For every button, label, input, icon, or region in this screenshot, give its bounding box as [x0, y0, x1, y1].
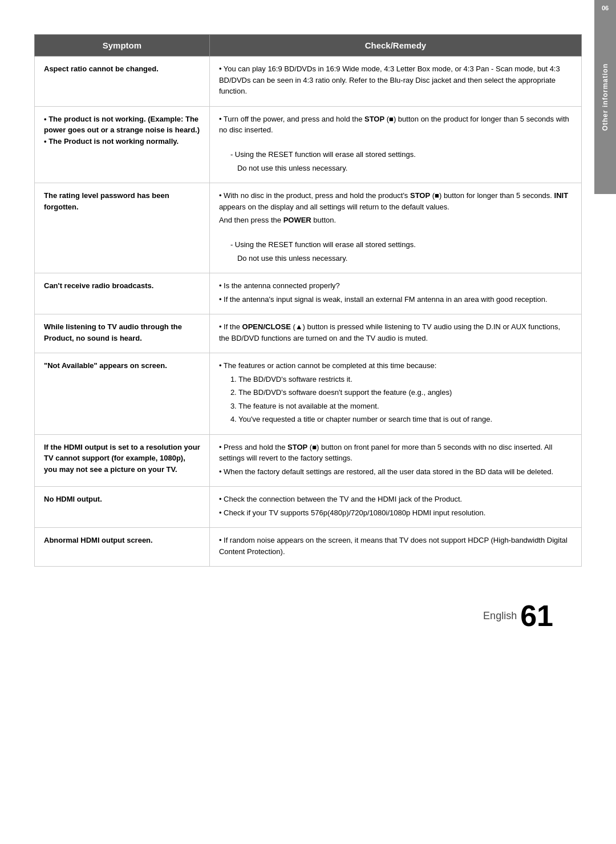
symptom-cell: If the HDMI output is set to a resolutio…	[35, 434, 210, 487]
remedy-cell: • If the OPEN/CLOSE (▲) button is presse…	[209, 314, 581, 353]
table-row: While listening to TV audio through the …	[35, 314, 582, 353]
table-row: • The product is not working. (Example: …	[35, 106, 582, 183]
symptom-cell: While listening to TV audio through the …	[35, 314, 210, 353]
remedy-line: - Using the RESET function will erase al…	[219, 149, 572, 160]
remedy-line: • You can play 16:9 BD/DVDs in 16:9 Wide…	[219, 63, 572, 97]
page-footer: English 61	[34, 601, 582, 631]
remedy-line: • If random noise appears on the screen,…	[219, 535, 572, 557]
side-tab-number: 06	[602, 5, 609, 11]
remedy-cell: • Turn off the power, and press and hold…	[209, 106, 581, 183]
remedy-line: And then press the POWER button.	[219, 215, 572, 226]
remedy-cell: • You can play 16:9 BD/DVDs in 16:9 Wide…	[209, 56, 581, 107]
symptom-cell: No HDMI output.	[35, 487, 210, 528]
table-row: Can't receive radio broadcasts.• Is the …	[35, 273, 582, 314]
remedy-cell: • Check the connection between the TV an…	[209, 487, 581, 528]
symptom-cell: "Not Available" appears on screen.	[35, 353, 210, 435]
remedy-line: • If the OPEN/CLOSE (▲) button is presse…	[219, 321, 572, 344]
remedy-line: 2. The BD/DVD's software doesn't support…	[219, 387, 572, 398]
table-row: Abnormal HDMI output screen.• If random …	[35, 528, 582, 567]
side-tab: 06 Other information	[594, 0, 616, 194]
remedy-line: 3. The feature is not available at the m…	[219, 401, 572, 412]
symptom-cell: • The product is not working. (Example: …	[35, 106, 210, 183]
table-row: The rating level password has been forgo…	[35, 183, 582, 273]
side-tab-label: Other information	[601, 63, 609, 131]
remedy-cell: • Press and hold the STOP (■) button on …	[209, 434, 581, 487]
remedy-cell: • With no disc in the product, press and…	[209, 183, 581, 273]
remedy-line: • Is the antenna connected properly?	[219, 280, 572, 292]
remedy-line: 4. You've requested a title or chapter n…	[219, 414, 572, 425]
symptom-cell: The rating level password has been forgo…	[35, 183, 210, 273]
symptom-cell: Aspect ratio cannot be changed.	[35, 56, 210, 107]
symptom-bullet: • The product is not working. (Example: …	[44, 114, 200, 136]
troubleshooting-table: Symptom Check/Remedy Aspect ratio cannot…	[34, 34, 582, 567]
remedy-line: • The features or action cannot be compl…	[219, 360, 572, 371]
remedy-line: Do not use this unless necessary.	[219, 253, 572, 264]
remedy-cell: • Is the antenna connected properly?• If…	[209, 273, 581, 314]
symptom-cell: Abnormal HDMI output screen.	[35, 528, 210, 567]
symptom-header: Symptom	[35, 35, 210, 56]
table-row: "Not Available" appears on screen.• The …	[35, 353, 582, 435]
footer-label: English	[483, 610, 517, 622]
remedy-line: • If the antenna's input signal is weak,…	[219, 294, 572, 305]
symptom-cell: Can't receive radio broadcasts.	[35, 273, 210, 314]
footer-page-number: 61	[520, 601, 553, 631]
remedy-header: Check/Remedy	[209, 35, 581, 56]
table-row: Aspect ratio cannot be changed.• You can…	[35, 56, 582, 107]
table-row: No HDMI output.• Check the connection be…	[35, 487, 582, 528]
remedy-line: • Press and hold the STOP (■) button on …	[219, 442, 572, 464]
remedy-line: 1. The BD/DVD's software restricts it.	[219, 374, 572, 385]
table-row: If the HDMI output is set to a resolutio…	[35, 434, 582, 487]
remedy-line: Do not use this unless necessary.	[219, 163, 572, 174]
remedy-line: • Turn off the power, and press and hold…	[219, 114, 572, 136]
remedy-line: • Check the connection between the TV an…	[219, 494, 572, 505]
remedy-cell: • If random noise appears on the screen,…	[209, 528, 581, 567]
remedy-line: • Check if your TV supports 576p(480p)/7…	[219, 507, 572, 519]
symptom-bullet: • The Product is not working normally.	[44, 136, 200, 147]
remedy-cell: • The features or action cannot be compl…	[209, 353, 581, 435]
remedy-line: - Using the RESET function will erase al…	[219, 239, 572, 251]
remedy-line: • When the factory default settings are …	[219, 466, 572, 478]
remedy-line: • With no disc in the product, press and…	[219, 190, 572, 212]
